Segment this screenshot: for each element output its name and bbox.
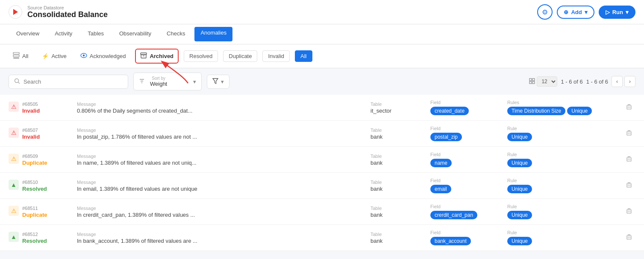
svg-rect-1 [13,52,19,54]
anomaly-id-0: #68505 [22,102,40,107]
layers-icon [13,52,20,60]
col-table-0: Table it_sector [371,102,430,114]
delete-button-5[interactable] [623,232,635,243]
svg-line-10 [18,82,20,84]
svg-rect-53 [627,210,631,213]
message-value-1: In postal_zip, 1.786% of filtered values… [77,134,362,140]
col-message-4: Message In crerdit_card_pan, 1.389% of f… [77,206,371,218]
run-button[interactable]: ▷ Run ▾ [599,6,635,19]
anomaly-type-3: Resolved [22,186,47,192]
rules-tags-4: Unique [507,210,618,219]
table-value-5: bank [371,238,430,244]
run-play-icon: ▷ [606,9,610,15]
svg-rect-15 [529,79,532,81]
sort-icon [139,78,145,85]
field-label-5: Field [430,230,507,235]
col-action-2 [618,154,635,165]
svg-rect-18 [532,81,535,84]
filter-duplicate[interactable]: Duplicate [223,50,257,62]
tab-observability[interactable]: Observability [112,24,159,44]
filter-bar: All ⚡ Active Acknowledged Archived [0,44,644,68]
rules-tags-5: Unique [507,236,618,245]
rules-label-5: Rule [507,230,618,235]
grid-icon [529,78,535,85]
type-icon-0: ⚠ [9,102,19,112]
col-id-1: ⚠ #68507 Invalid [9,128,77,140]
filter-invalid[interactable]: Invalid [262,50,290,62]
col-rules-2: Rule Unique [507,152,618,167]
svg-rect-2 [13,55,19,57]
filter-acknowledged[interactable]: Acknowledged [76,49,130,63]
anomaly-id-3: #68510 [22,180,47,185]
table-row: ▲ #68512 Resolved Message In bank_accoun… [0,225,644,251]
svg-text:▲: ▲ [11,181,17,188]
col-field-3: Field email [430,178,507,193]
svg-point-5 [83,55,85,56]
svg-text:▲: ▲ [11,233,17,240]
add-button[interactable]: ⊕ Add ▾ [557,6,594,19]
table-value-4: bank [371,212,430,218]
rules-label-4: Rule [507,204,618,209]
tab-checks[interactable]: Checks [159,24,193,44]
table-value-1: bank [371,134,430,140]
toolbar: Sort by Weight ▾ ▾ 12 25 50 1 - 6 of 6 1… [0,68,644,95]
delete-button-0[interactable] [623,102,635,113]
per-page-select[interactable]: 12 25 50 [537,76,557,87]
search-input[interactable] [24,79,123,85]
anomaly-id-4: #68511 [22,206,47,211]
filter-resolved-label: Resolved [189,53,212,59]
settings-button[interactable]: ⚙ [537,4,553,20]
search-icon [14,78,20,85]
col-id-3: ▲ #68510 Resolved [9,180,77,192]
filter-all-pill[interactable]: All [295,50,312,62]
sort-value: Weight [150,81,167,87]
sort-by-label: Sort by [150,76,167,81]
filter-all-pill-label: All [300,53,306,59]
message-label-1: Message [77,128,362,133]
svg-rect-61 [627,236,631,239]
anomaly-type-2: Duplicate [22,160,47,166]
delete-button-1[interactable] [623,128,635,139]
col-table-3: Table bank [371,180,430,192]
title-group: Source Datastore Consolidated Balance [27,5,108,19]
next-page-button[interactable]: › [624,76,635,87]
col-table-4: Table bank [371,206,430,218]
filter-all[interactable]: All [9,49,32,63]
col-field-4: Field crerdit_card_pan [430,204,507,219]
search-box [9,75,128,89]
sort-chevron-icon: ▾ [193,79,196,85]
tab-activity[interactable]: Activity [47,24,80,44]
field-tag-0: created_date [430,107,469,115]
filter-archived[interactable]: Archived [135,49,179,64]
col-message-0: Message 0.806% of the Daily segments of … [77,102,371,114]
sort-button[interactable]: Sort by Weight ▾ [133,73,202,90]
table-label-0: Table [371,102,430,107]
table-row: ⚠ #68505 Invalid Message 0.806% of the D… [0,95,644,121]
filter-duplicate-label: Duplicate [229,53,252,59]
delete-button-2[interactable] [623,154,635,165]
table-row: ▲ #68510 Resolved Message In email, 1.38… [0,173,644,199]
filter-resolved[interactable]: Resolved [184,50,218,62]
col-field-5: Field bank_account [430,230,507,245]
tab-anomalies[interactable]: Anomalies [194,27,232,41]
col-id-5: ▲ #68512 Resolved [9,232,77,244]
col-field-2: Field name [430,152,507,167]
pagination-text: 1 - 6 of 6 [586,79,608,85]
delete-button-3[interactable] [623,180,635,191]
col-table-2: Table bank [371,154,430,166]
svg-rect-7 [141,55,146,58]
delete-button-4[interactable] [623,206,635,217]
prev-page-button[interactable]: ‹ [612,76,623,87]
rule-tag: Unique [507,159,532,167]
svg-rect-37 [627,157,631,161]
col-rules-1: Rule Unique [507,126,618,141]
toolbar-left: Sort by Weight ▾ ▾ [9,73,229,90]
table-label-2: Table [371,154,430,159]
tab-overview[interactable]: Overview [9,24,47,44]
tab-tables[interactable]: Tables [80,24,112,44]
add-chevron-icon: ▾ [585,9,588,15]
type-icon-2: ⚠ [9,154,19,164]
filter-button[interactable]: ▾ [207,75,229,89]
message-label-3: Message [77,180,362,185]
filter-active[interactable]: ⚡ Active [38,50,71,62]
